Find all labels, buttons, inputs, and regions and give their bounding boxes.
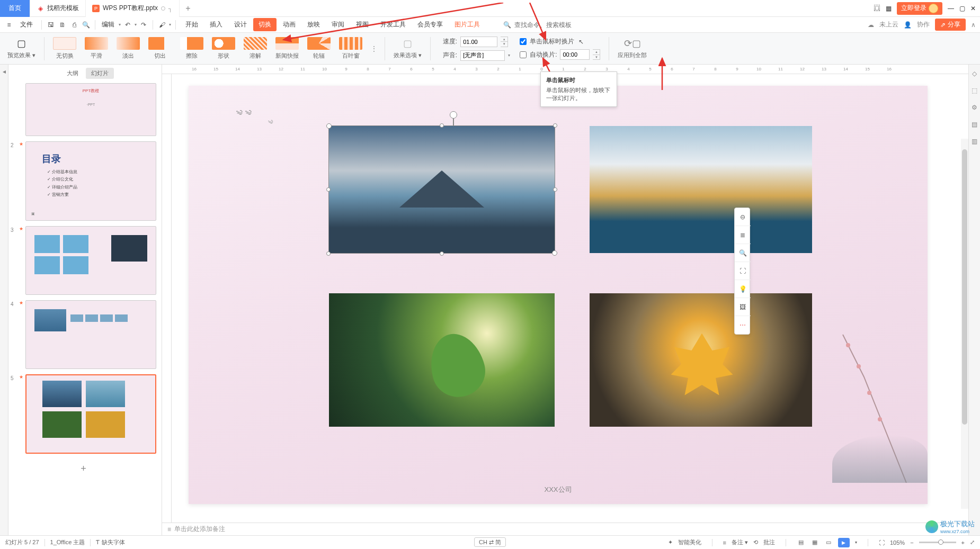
tab-add-button[interactable]: + <box>180 4 197 13</box>
property-panel-icon[interactable]: ▤ <box>972 121 977 128</box>
idea-icon[interactable]: 💡 <box>735 280 751 298</box>
collapse-bar[interactable]: ◂ <box>0 65 8 535</box>
transition-切出[interactable]: 切出 <box>144 34 176 64</box>
thumbnail-list[interactable]: PPT教程·PPT 2★ 目录 ✓ 介绍基本信息✓ 介绍公文化✓ 详细介绍产品✓… <box>8 81 162 535</box>
comment-button[interactable]: 批注 <box>763 538 775 546</box>
slide-thumbnail-1[interactable]: PPT教程·PPT <box>25 83 156 136</box>
reading-mode-icon[interactable]: ⿴ <box>874 5 880 12</box>
app-grid-icon[interactable]: ▦ <box>886 5 892 12</box>
reading-view-icon[interactable]: ▭ <box>824 538 833 547</box>
transition-无切换[interactable]: 无切换 <box>49 34 81 64</box>
collapse-icon[interactable]: ⊖ <box>735 208 751 226</box>
comment-icon[interactable]: ⟲ <box>753 539 758 546</box>
zoom-value[interactable]: 105% <box>890 539 905 546</box>
cloud-label: 未上云 <box>879 20 898 29</box>
tab-file-label: WPS PPT教程.pptx <box>103 4 158 13</box>
style-panel-icon[interactable]: ◇ <box>972 70 977 77</box>
notes-icon: ≡ <box>167 526 171 533</box>
select-panel-icon[interactable]: ⬚ <box>972 87 977 94</box>
hamburger-icon[interactable]: ≡ <box>4 20 14 30</box>
maximize-button[interactable]: ▢ <box>959 5 965 12</box>
close-button[interactable]: ✕ <box>970 5 976 12</box>
crop-icon[interactable]: ⛶ <box>735 262 751 280</box>
redo-icon[interactable]: ↷ <box>139 20 148 30</box>
coop-label[interactable]: 协作 <box>917 20 930 29</box>
cloud-icon[interactable]: ☁ <box>868 21 874 29</box>
slide-image-1[interactable] <box>329 126 555 253</box>
zoom-slider[interactable] <box>919 542 956 543</box>
slide-canvas[interactable]: ༄ ༄ ༄ XXX公司 <box>189 86 928 504</box>
layers-icon[interactable]: ≣ <box>735 226 751 244</box>
save-as-icon[interactable]: 🗎 <box>58 20 67 30</box>
beautify-label[interactable]: 智能美化 <box>678 538 701 546</box>
page-indicator[interactable]: 幻灯片 5 / 27 <box>5 538 39 546</box>
undo-icon[interactable]: ↶ <box>123 20 132 30</box>
vertical-scrollbar[interactable] <box>961 139 968 509</box>
library-panel-icon[interactable]: ▥ <box>972 138 977 145</box>
ruler-vertical <box>162 74 172 535</box>
format-painter-icon[interactable]: 🖌 <box>157 20 167 30</box>
beautify-icon[interactable]: ✦ <box>668 539 673 546</box>
zoom-icon[interactable]: 🔍 <box>735 244 751 262</box>
tab-home[interactable]: 首页 <box>0 0 30 17</box>
slides-tab[interactable]: 幻灯片 <box>86 68 114 79</box>
outline-tab[interactable]: 大纲 <box>61 68 84 79</box>
svg-point-4 <box>846 343 850 347</box>
slide-image-3[interactable] <box>329 293 555 427</box>
more-icon[interactable]: ⋯ <box>735 316 751 334</box>
preview-effect-button[interactable]: ▢ 预览效果 ▾ <box>3 34 40 64</box>
edit-menu[interactable]: 编辑 <box>100 20 117 29</box>
minimize-button[interactable]: — <box>948 5 954 12</box>
slide-image-2[interactable] <box>590 126 812 253</box>
menu-开始[interactable]: 开始 <box>180 18 203 31</box>
notes-toggle-icon[interactable]: ≡ <box>723 539 726 546</box>
tab-template[interactable]: ◈ 找稻壳模板 <box>30 0 86 17</box>
slide-thumbnail-2[interactable]: 目录 ✓ 介绍基本信息✓ 介绍公文化✓ 详细介绍产品✓ 营销方案 ▣ <box>25 141 156 221</box>
transition-形状[interactable]: 形状 <box>208 34 239 64</box>
menu-插入[interactable]: 插入 <box>204 18 228 31</box>
slide-image-4[interactable] <box>590 293 812 427</box>
notes-toggle[interactable]: 备注 ▾ <box>732 538 748 546</box>
print-icon[interactable]: ⎙ <box>69 20 79 30</box>
transition-平滑[interactable]: 平滑 <box>81 34 112 64</box>
ime-indicator[interactable]: CH ⇄ 简 <box>474 537 506 547</box>
menu-设计[interactable]: 设计 <box>229 18 252 31</box>
normal-view-icon[interactable]: ▤ <box>797 538 805 547</box>
chevron-up-icon[interactable]: ∧ <box>971 21 976 29</box>
save-icon[interactable]: 🖫 <box>46 20 56 30</box>
zoom-in-button[interactable]: + <box>961 539 965 546</box>
transition-淡出[interactable]: 淡出 <box>112 34 144 64</box>
apply-to-all-button[interactable]: ⟳▢ 应用到全部 <box>613 34 651 64</box>
right-toolbar: ◇ ⬚ ⚙ ▤ ▥ <box>968 65 980 535</box>
font-missing-label[interactable]: 缺失字体 <box>102 538 125 546</box>
login-button[interactable]: 立即登录 <box>897 2 942 15</box>
share-button[interactable]: ⇗ 分享 <box>935 19 966 31</box>
slide-thumbnail-5[interactable] <box>25 374 156 454</box>
coop-icon[interactable]: 👤 <box>904 21 912 29</box>
slideshow-button[interactable]: ▶ <box>838 538 850 547</box>
zoom-out-button[interactable]: − <box>910 539 913 546</box>
print-preview-icon[interactable]: 🔍 <box>81 20 91 30</box>
tab-file[interactable]: P WPS PPT教程.pptx ┐ <box>86 0 180 17</box>
company-text[interactable]: XXX公司 <box>544 485 572 494</box>
daoqiao-icon: ◈ <box>37 5 44 12</box>
sorter-view-icon[interactable]: ▦ <box>810 538 819 547</box>
fit-icon[interactable]: ⛶ <box>879 539 885 546</box>
fullscreen-icon[interactable]: ⤢ <box>970 539 975 546</box>
file-menu[interactable]: 文件 <box>16 20 37 29</box>
slide-thumbnail-3[interactable] <box>25 226 156 295</box>
animation-panel-icon[interactable]: ⚙ <box>972 104 977 111</box>
auto-advance-input[interactable] <box>560 49 590 60</box>
watermark-icon <box>925 520 938 533</box>
workspace: ◂ 大纲 幻灯片 PPT教程·PPT 2★ 目录 ✓ 介绍基本信息✓ 介绍公文化… <box>0 65 980 535</box>
svg-point-6 <box>867 391 871 395</box>
tab-close-icon[interactable]: ┐ <box>168 5 173 12</box>
rotation-handle[interactable] <box>450 111 457 119</box>
notes-bar[interactable]: ≡ 单击此处添加备注 <box>162 523 968 535</box>
transition-擦除[interactable]: 擦除 <box>176 34 208 64</box>
add-slide-button[interactable]: + <box>11 459 156 479</box>
picture-icon[interactable]: 🖼 <box>735 298 751 316</box>
slide-thumbnail-4[interactable] <box>25 300 156 369</box>
transition-溶解[interactable]: 溶解 <box>239 34 271 64</box>
auto-spinner[interactable]: ▲▼ <box>593 49 600 60</box>
